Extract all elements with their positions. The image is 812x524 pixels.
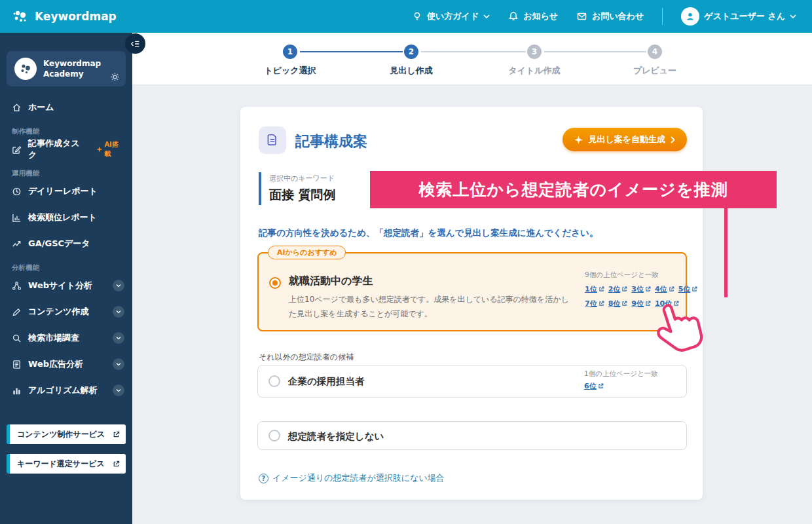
stepper: 1 トピック選択 2 見出し作成 3 タイトル作成 4 プレビュー (132, 33, 812, 85)
annotation-connector-line (724, 208, 728, 297)
external-link-icon (645, 301, 651, 307)
home-icon (12, 103, 22, 113)
search-icon (12, 333, 22, 343)
avatar (681, 7, 699, 26)
news-label: お知らせ (523, 10, 558, 22)
chevron-down-icon (790, 14, 796, 19)
news-menu[interactable]: お知らせ (508, 10, 558, 22)
edit-doc-icon (12, 145, 22, 155)
step-label: プレビュー (609, 65, 701, 77)
external-link-icon (598, 383, 604, 389)
external-link-icon (621, 286, 627, 292)
rank-link-1[interactable]: 1位 (585, 284, 604, 294)
step-number: 2 (404, 45, 418, 59)
sparkle-icon (574, 136, 583, 144)
option-title: 就職活動中の学生 (289, 274, 373, 288)
step-heading-create[interactable]: 2 見出し作成 (365, 45, 457, 77)
chevron-down-icon (483, 14, 490, 19)
step-preview[interactable]: 4 プレビュー (609, 45, 701, 77)
rank-link-9[interactable]: 9位 (631, 299, 651, 309)
other-candidates-label: それ以外の想定読者の候補 (259, 352, 354, 363)
rank-link-6[interactable]: 6位 (584, 381, 604, 391)
chevron-down-icon[interactable] (113, 358, 124, 370)
contact-label: お問い合わせ (592, 10, 644, 22)
radio-none[interactable] (268, 430, 280, 441)
academy-card[interactable]: Keywordmap Academy (7, 51, 126, 86)
match-count-label: 1個の上位ページと一致 (584, 369, 658, 379)
sidebar-item-home[interactable]: ホーム (0, 94, 132, 121)
step-number: 1 (283, 45, 297, 59)
external-link-icon (599, 286, 604, 292)
step-label: 見出し作成 (365, 65, 457, 77)
question-icon: ? (259, 474, 268, 483)
rank-link-8[interactable]: 8位 (608, 299, 628, 309)
keywordmap-logo-icon (12, 8, 29, 25)
radio-students[interactable] (269, 277, 281, 289)
document-icon (259, 126, 286, 154)
rank-link-4[interactable]: 4位 (655, 284, 674, 294)
radio-recruiter[interactable] (268, 375, 280, 387)
pencil-icon (12, 307, 22, 317)
step-title-create[interactable]: 3 タイトル作成 (489, 45, 580, 77)
option-title: 企業の採用担当者 (288, 375, 364, 388)
brand-logo[interactable]: Keywordmap (12, 8, 117, 25)
external-link-icon (645, 286, 651, 292)
contact-menu[interactable]: お問い合わせ (576, 10, 644, 22)
chevron-down-icon[interactable] (113, 332, 124, 344)
brand-name: Keywordmap (35, 10, 117, 23)
step-topic-select[interactable]: 1 トピック選択 (244, 45, 336, 77)
generate-headings-button[interactable]: 見出し案を自動生成 (563, 128, 687, 151)
chevron-down-icon[interactable] (113, 306, 124, 318)
sidebar-item-market-research[interactable]: 検索市場調査 (0, 325, 132, 351)
match-count-label: 9個の上位ページと一致 (585, 271, 684, 280)
sidebar-item-web-analysis[interactable]: Webサイト分析 (0, 272, 132, 299)
reader-option-students[interactable]: AIからのおすすめ 就職活動中の学生 上位10ページで最も多い想定読者です。成果… (257, 252, 687, 331)
sitemap-icon (12, 281, 22, 291)
column-chart-icon (12, 386, 22, 396)
annotation-banner: 検索上位から想定読者のイメージを推測 (370, 171, 777, 208)
reader-option-recruiter[interactable]: 企業の採用担当者 1個の上位ページと一致 6位 (257, 365, 687, 398)
bell-icon (508, 11, 519, 22)
mail-icon (576, 11, 587, 22)
sidebar-item-ga-gsc[interactable]: GA/GSCデータ (0, 231, 132, 257)
instruction-text: 記事の方向性を決めるため、「想定読者」を選んで見出し案生成に進んでください。 (259, 227, 598, 239)
guide-menu[interactable]: 使い方ガイド (412, 10, 490, 22)
step-number: 3 (527, 45, 542, 59)
chevron-down-icon[interactable] (113, 384, 124, 396)
help-link[interactable]: ? イメージ通りの想定読者が選択肢にない場合 (259, 472, 445, 484)
rank-link-7[interactable]: 7位 (585, 299, 604, 309)
selected-keyword-block: 選択中のキーワード 面接 質問例 (259, 172, 336, 205)
external-link-icon (692, 286, 697, 292)
external-link-icon (669, 286, 674, 292)
sidebar-item-rank-report[interactable]: 検索順位レポート (0, 204, 132, 231)
gear-icon[interactable] (110, 72, 120, 82)
clock-icon (12, 187, 22, 196)
keyword-service-button[interactable]: キーワード選定サービス (7, 454, 126, 474)
step-number: 4 (648, 45, 662, 59)
rank-links-row1: 1位 2位 3位 4位 5位 (585, 284, 684, 294)
content-service-button[interactable]: コンテンツ制作サービス (7, 424, 126, 444)
sidebar-item-ad-analysis[interactable]: Web広告分析 (0, 351, 132, 377)
document-lines-icon (12, 360, 22, 369)
sidebar-collapse-button[interactable] (125, 33, 145, 54)
academy-title: Keywordmap Academy (43, 58, 101, 79)
rank-link-3[interactable]: 3位 (631, 284, 651, 294)
external-link-icon (113, 431, 120, 438)
topbar: Keywordmap 使い方ガイド お知らせ (0, 0, 812, 33)
sidebar-item-algorithm[interactable]: アルゴリズム解析 (0, 377, 132, 403)
selected-keyword-label: 選択中のキーワード (269, 174, 336, 183)
step-label: トピック選択 (244, 65, 336, 77)
reader-option-none[interactable]: 想定読者を指定しない (257, 421, 687, 450)
chevron-down-icon[interactable] (113, 280, 124, 291)
sidebar-item-article-task[interactable]: 記事作成タスク AI搭載 (0, 136, 132, 162)
article-structure-card: 記事構成案 見出し案を自動生成 選択中のキーワード 面接 質問例 記事の方向性を… (240, 107, 703, 500)
user-menu[interactable]: ゲストユーザー さん (681, 7, 796, 26)
page-title: 記事構成案 (295, 132, 367, 151)
external-link-icon (599, 301, 604, 307)
sidebar-item-daily-report[interactable]: デイリーレポート (0, 178, 132, 204)
user-label: ゲストユーザー さん (704, 10, 785, 22)
sidebar-item-content-creation[interactable]: コンテンツ作成 (0, 299, 132, 325)
section-label-operation: 運用機能 (12, 168, 132, 178)
guide-label: 使い方ガイド (427, 10, 479, 22)
rank-link-2[interactable]: 2位 (608, 284, 628, 294)
